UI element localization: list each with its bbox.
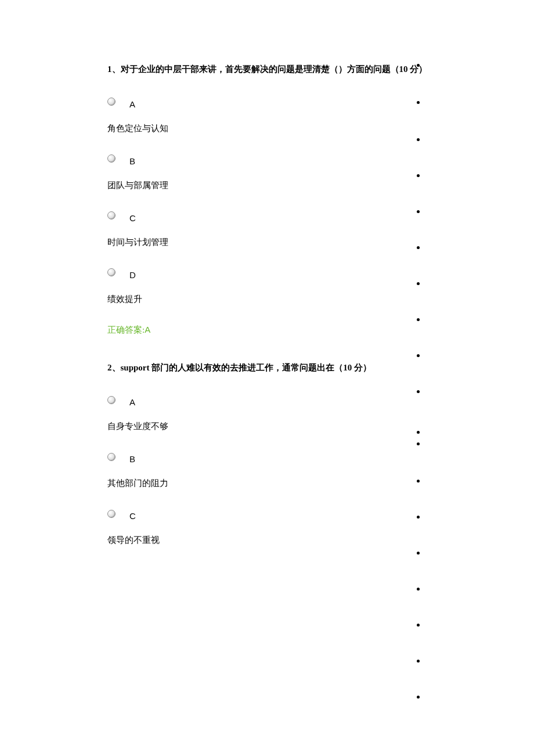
radio-icon[interactable] — [107, 154, 116, 163]
bullet-icon — [417, 101, 420, 104]
answer-letter: A — [145, 325, 150, 334]
bullet-icon — [417, 318, 420, 321]
q1-option-a-text: 角色定位与认知 — [107, 123, 432, 134]
bullet-icon — [417, 390, 420, 393]
bullet-icon — [417, 480, 420, 483]
q1-option-c-text: 时间与计划管理 — [107, 237, 432, 248]
bullet-icon — [417, 138, 420, 141]
bullet-icon — [417, 282, 420, 285]
document-content: 1、对于企业的中层干部来讲，首先要解决的问题是理清楚（）方面的问题（10 分） … — [107, 58, 432, 566]
question-1-stem: 1、对于企业的中层干部来讲，首先要解决的问题是理清楚（）方面的问题（10 分） — [107, 63, 432, 76]
radio-icon[interactable] — [107, 98, 116, 106]
bullet-icon — [417, 210, 420, 213]
q2-option-c-text: 领导的不重视 — [107, 535, 432, 546]
q1-option-a-letter: A — [129, 99, 135, 109]
q2-option-b-text: 其他部门的阻力 — [107, 478, 432, 489]
bullet-icon — [417, 552, 420, 555]
radio-icon[interactable] — [107, 268, 116, 276]
bullet-icon — [417, 624, 420, 627]
q2-option-b-letter: B — [129, 454, 135, 464]
bullet-icon — [417, 174, 420, 177]
bullet-icon — [417, 246, 420, 249]
q1-option-b-letter: B — [129, 156, 135, 166]
q1-option-d-text: 绩效提升 — [107, 294, 432, 305]
q1-option-b-row: B — [107, 154, 432, 164]
bullet-icon — [417, 660, 420, 663]
q1-option-c-row: C — [107, 211, 432, 221]
q2-option-a-row: A — [107, 395, 432, 405]
q2-option-b-row: B — [107, 452, 432, 462]
bullet-icon — [417, 516, 420, 519]
q1-option-d-letter: D — [129, 270, 136, 280]
bullet-icon — [417, 431, 420, 434]
radio-icon[interactable] — [107, 211, 116, 219]
q2-option-a-letter: A — [129, 397, 135, 407]
radio-icon[interactable] — [107, 396, 116, 404]
q2-option-c-letter: C — [129, 511, 136, 521]
q2-option-c-row: C — [107, 509, 432, 519]
question-2-block: 2、support 部门的人难以有效的去推进工作，通常问题出在（10 分） A … — [107, 361, 432, 546]
radio-icon[interactable] — [107, 510, 116, 518]
q1-correct-answer: 正确答案:A — [107, 325, 432, 336]
q2-option-a-text: 自身专业度不够 — [107, 421, 432, 432]
bullet-icon — [417, 588, 420, 591]
answer-label: 正确答案: — [107, 325, 145, 334]
q1-option-c-letter: C — [129, 213, 136, 223]
question-2-stem: 2、support 部门的人难以有效的去推进工作，通常问题出在（10 分） — [107, 361, 432, 375]
q1-option-d-row: D — [107, 268, 432, 278]
radio-icon[interactable] — [107, 453, 116, 461]
bullet-icon — [417, 354, 420, 357]
q1-option-b-text: 团队与部属管理 — [107, 180, 432, 191]
bullet-icon — [417, 696, 420, 699]
bullet-icon — [417, 64, 420, 67]
q1-option-a-row: A — [107, 97, 432, 107]
bullet-icon — [417, 442, 420, 445]
